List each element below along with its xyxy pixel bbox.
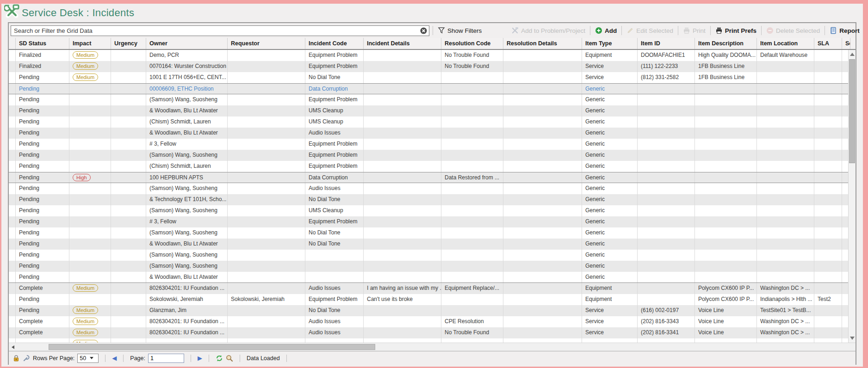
chevron-down-icon xyxy=(863,29,868,32)
column-header-requestor[interactable]: Requestor xyxy=(228,38,305,49)
print-prefs-button[interactable]: Print Prefs xyxy=(714,27,758,34)
table-row[interactable]: Pending& Technology ET 101H, Scho...No D… xyxy=(9,194,856,205)
cell-resolution_details xyxy=(503,338,582,343)
column-header-urgency[interactable]: Urgency xyxy=(111,38,146,49)
cell-sla: Test2 xyxy=(814,294,842,305)
cell-urgency xyxy=(111,250,146,261)
table-row[interactable]: FinalizedMedium0070164: Wurster Construc… xyxy=(9,61,856,72)
table-row[interactable]: Pending(Samson) Wang, SuoshengGeneric xyxy=(9,250,856,261)
table-row[interactable]: Medium xyxy=(9,338,856,343)
table-row[interactable]: Pending# 3, FellowEquipment ProblemGener… xyxy=(9,216,856,227)
cell-incident_details xyxy=(364,194,441,205)
column-header-sd_status[interactable]: SD Status xyxy=(16,38,69,49)
cell-urgency xyxy=(111,72,146,83)
cell-owner: & Woodlawn, Blu Lt Atwater xyxy=(146,239,228,250)
add-button[interactable]: Add xyxy=(594,27,618,34)
edit-selected-button[interactable]: Edit Selected xyxy=(625,27,675,34)
column-header-item_type[interactable]: Item Type xyxy=(582,38,638,49)
table-row[interactable]: PendingMedium1001 E 17TH 056+EC, CENT...… xyxy=(9,72,856,83)
horizontal-scrollbar[interactable] xyxy=(9,343,856,351)
table-row[interactable]: Pending(Samson) Wang, SuoshengEquipment … xyxy=(9,94,856,105)
cell-item_id xyxy=(638,294,695,305)
cell-requestor xyxy=(228,261,305,272)
print-button[interactable]: Print xyxy=(682,27,707,34)
table-row[interactable]: CompleteMedium8026304201: IU Foundation … xyxy=(9,316,856,327)
search-input[interactable] xyxy=(11,25,429,36)
vertical-scroll-thumb[interactable] xyxy=(849,59,855,163)
cell-urgency xyxy=(111,216,146,227)
column-header-resolution_code[interactable]: Resolution Code xyxy=(441,38,503,49)
table-row[interactable]: CompleteMedium8026304201: IU Foundation … xyxy=(9,283,856,294)
table-row[interactable]: Pending(Samson) Wang, SuoshengEquipment … xyxy=(9,150,856,161)
column-header-resolution_details[interactable]: Resolution Details xyxy=(503,38,582,49)
column-header-item_description[interactable]: Item Description xyxy=(695,38,757,49)
cell-urgency xyxy=(111,261,146,272)
wrench-icon[interactable] xyxy=(23,355,30,362)
cell-sd_status: Pending xyxy=(16,194,69,205)
table-row[interactable]: Pending& Woodlawn, Blu Lt AtwaterGeneric xyxy=(9,272,856,283)
table-row[interactable]: PendingSokolowski, JeremiahSokolowski, J… xyxy=(9,294,856,305)
prev-page-button[interactable]: ◀ xyxy=(112,355,117,362)
table-row[interactable]: Pending(Samson) Wang, SuoshengNo Dial To… xyxy=(9,227,856,239)
table-row[interactable]: PendingHigh100 HEPBURN APTSData Corrupti… xyxy=(9,172,856,183)
column-header-sla[interactable]: SLA xyxy=(814,38,842,49)
chevron-down-icon xyxy=(90,357,93,359)
table-row[interactable]: Pending& Woodlawn, Blu Lt AtwaterUMS Cle… xyxy=(9,105,856,117)
next-page-button[interactable]: ▶ xyxy=(198,355,202,362)
table-row[interactable]: Pending(Samson) Wang, SuoshengAudio Issu… xyxy=(9,183,856,194)
table-row[interactable]: FinalizedMediumDemo, PCREquipment Proble… xyxy=(9,50,856,61)
scroll-left-icon[interactable] xyxy=(12,345,14,349)
column-header-item_location[interactable]: Item Location xyxy=(757,38,814,49)
cell-urgency xyxy=(111,161,146,172)
cell-resolution_details xyxy=(503,205,582,216)
impact-badge: High xyxy=(73,174,91,181)
cell-resolution_details xyxy=(503,327,582,338)
lock-icon[interactable] xyxy=(12,355,20,362)
column-header-incident_code[interactable]: Incident Code xyxy=(305,38,364,49)
table-row[interactable]: Pending(Samson) Wang, SuoshengUMS Cleanu… xyxy=(9,205,856,216)
rows-per-page-select[interactable]: 50 xyxy=(77,354,99,363)
column-header-incident_details[interactable]: Incident Details xyxy=(364,38,441,49)
cell-item_type: Service xyxy=(582,327,638,338)
table-row[interactable]: Pending(Samson) Wang, SuoshengGeneric xyxy=(9,261,856,272)
table-row[interactable]: PendingMediumGlanzman, JimNo Dial ToneSe… xyxy=(9,305,856,316)
cell-gutter xyxy=(9,261,16,272)
column-header-owner[interactable]: Owner xyxy=(146,38,228,49)
show-filters-button[interactable]: Show Filters xyxy=(436,27,483,34)
refresh-icon[interactable] xyxy=(216,355,223,362)
cell-incident_code: Equipment Problem xyxy=(305,294,364,305)
search-magnifier-icon[interactable] xyxy=(226,355,233,362)
cell-resolution_code xyxy=(441,338,503,343)
delete-selected-button[interactable]: Delete Selected xyxy=(765,27,821,34)
table-row[interactable]: Pending# 3, FellowEquipment ProblemGener… xyxy=(9,139,856,150)
report-button[interactable]: Report xyxy=(828,27,868,34)
table-row[interactable]: Pending& Woodlawn, Blu Lt AtwaterNo Dial… xyxy=(9,239,856,250)
cell-resolution_code xyxy=(441,294,503,305)
cell-gutter xyxy=(9,50,16,61)
table-row[interactable]: CompleteMedium8026304201: IU Foundation … xyxy=(9,327,856,338)
table-row[interactable]: Pending(Chism) Schmidt, LaurenEquipment … xyxy=(9,161,856,172)
cell-item_type: Generic xyxy=(582,117,638,128)
cell-item_id xyxy=(638,128,695,139)
table-row[interactable]: Pending(Chism) Schmidt, LaurenUMS Cleanu… xyxy=(9,117,856,128)
column-header-gutter[interactable] xyxy=(9,38,16,49)
clear-search-icon[interactable] xyxy=(420,27,427,34)
vertical-scrollbar[interactable] xyxy=(848,50,856,343)
page-input[interactable] xyxy=(148,354,184,363)
table-row[interactable]: Pending00006609, ETHC PositionData Corru… xyxy=(9,83,856,94)
horizontal-scroll-thumb[interactable] xyxy=(49,344,375,350)
scroll-up-icon[interactable] xyxy=(850,53,855,56)
add-to-problem-project-button[interactable]: Add to Problem/Project xyxy=(510,27,587,34)
cell-item_description: Polycom CX600 IP P... xyxy=(695,283,757,294)
divider xyxy=(105,355,105,362)
scroll-down-icon[interactable] xyxy=(850,337,855,340)
cell-item_type: Generic xyxy=(582,172,638,183)
cell-sla xyxy=(814,50,842,61)
cell-resolution_details xyxy=(503,316,582,327)
table-row[interactable]: Pending& Woodlawn, Blu Lt AtwaterAudio I… xyxy=(9,128,856,139)
column-header-item_id[interactable]: Item ID xyxy=(638,38,695,49)
column-header-se_cut[interactable]: Se xyxy=(842,38,850,49)
funnel-icon xyxy=(438,27,445,34)
cell-sla xyxy=(814,94,842,105)
column-header-impact[interactable]: Impact xyxy=(69,38,111,49)
